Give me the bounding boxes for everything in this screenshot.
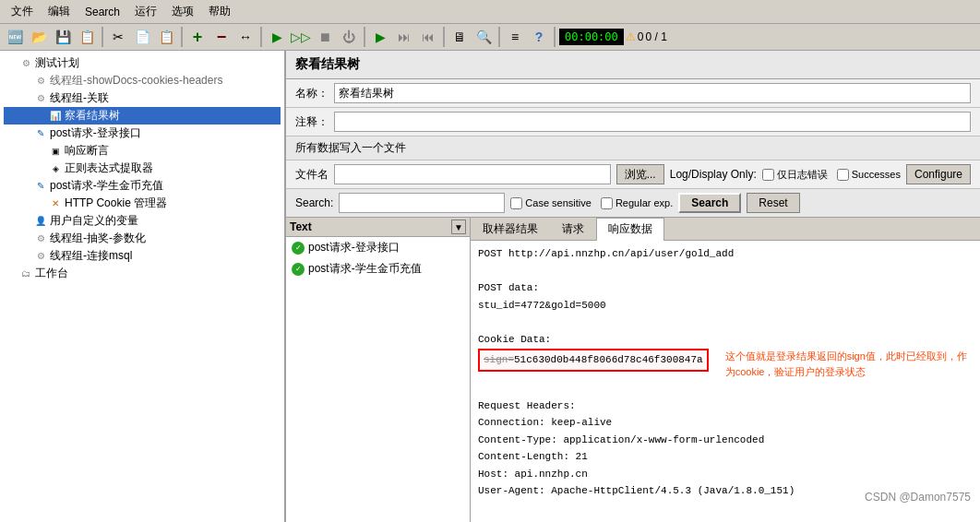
case-sensitive-checkbox[interactable]: Case sensitive [510, 197, 592, 209]
status-icon-ok: ✓ [292, 263, 305, 276]
checkbox-group: 仅日志错误 Successes [762, 168, 901, 182]
successes-check[interactable] [837, 169, 849, 181]
only-errors-checkbox[interactable]: 仅日志错误 [762, 168, 828, 182]
tree-label: 工作台 [35, 266, 68, 281]
tree-item-thread1[interactable]: ⚙ 线程组-showDocs-cookies-headers [4, 72, 281, 89]
tree-item-thread4[interactable]: ⚙ 线程组-连接msql [4, 247, 281, 265]
menu-help[interactable]: 帮助 [201, 2, 238, 21]
tree-item-cookie-mgr[interactable]: ✕ HTTP Cookie 管理器 [4, 195, 281, 212]
list-item-label: post请求-登录接口 [308, 240, 400, 255]
comment-row: 注释： [286, 108, 980, 136]
tree-item-result-tree[interactable]: 📊 察看结果树 [4, 107, 281, 125]
menu-search[interactable]: Search [78, 4, 127, 20]
run-thread2-button[interactable]: ⏭ [393, 26, 415, 48]
list-item-label: post请求-学生金币充值 [308, 261, 422, 277]
separator-3 [260, 27, 262, 47]
separator-4 [364, 27, 365, 47]
list-dropdown[interactable]: ▼ [451, 219, 466, 234]
http-icon: ✎ [33, 126, 48, 141]
tree-item-response-assert[interactable]: ▣ 响应断言 [4, 142, 281, 160]
only-errors-check[interactable] [762, 169, 774, 181]
tab-sampler-result[interactable]: 取样器结果 [471, 218, 550, 240]
search-bar: Search: Case sensitive Regular exp. Sear… [286, 189, 980, 218]
search-button[interactable]: Search [678, 193, 741, 213]
case-sensitive-label: Case sensitive [525, 197, 592, 208]
tree-item-post-login[interactable]: ✎ post请求-登录接口 [4, 125, 281, 142]
list-button[interactable]: ≡ [504, 26, 526, 48]
tree-label: post请求-登录接口 [50, 125, 141, 141]
error-count: 0 / 1 [645, 30, 666, 43]
tree-item-workbench[interactable]: 🗂 工作台 [4, 265, 281, 282]
remote1-button[interactable]: 🖥 [448, 26, 471, 48]
name-label: 名称： [295, 86, 329, 101]
expand-button[interactable]: ↔ [234, 26, 257, 48]
run-thread3-button[interactable]: ⏮ [417, 26, 439, 48]
file-input[interactable] [334, 164, 611, 184]
detail-panel: 取样器结果 请求 响应数据 POST http://api.nnzhp.cn/a… [471, 218, 980, 522]
configure-button[interactable]: Configure [906, 164, 971, 184]
menu-edit[interactable]: 编辑 [41, 2, 78, 21]
case-sensitive-check[interactable] [510, 197, 522, 209]
tree-label: 用户自定义的变量 [50, 213, 138, 229]
successes-checkbox[interactable]: Successes [837, 169, 901, 181]
elapsed-time: 00:00:00 [559, 29, 624, 45]
regular-exp-checkbox[interactable]: Regular exp. [601, 197, 673, 209]
tabs-bar: 取样器结果 请求 响应数据 [471, 218, 980, 241]
saveas-button[interactable]: 📋 [76, 26, 98, 48]
tree-label: 察看结果树 [65, 108, 120, 124]
menu-file[interactable]: 文件 [4, 2, 41, 21]
detail-line-req-headers: Request Headers: [478, 398, 973, 414]
tree-label: 线程组-关联 [50, 90, 109, 106]
menubar: 文件 编辑 Search 运行 选项 帮助 [0, 0, 980, 24]
list-item[interactable]: ✓ post请求-登录接口 [286, 237, 470, 258]
workbench-icon: 🗂 [18, 267, 33, 281]
all-data-label: 所有数据写入一个文件 [295, 140, 406, 156]
tree-item-extractor[interactable]: ◈ 正则表达式提取器 [4, 160, 281, 177]
start-no-pause-button[interactable]: ▷▷ [290, 26, 312, 48]
cookie-value-box: sign=51c630d0b448f8066d78c46f300847a [478, 349, 709, 372]
error-indicator: 0 / 1 [645, 30, 666, 43]
new-button[interactable]: 🆕 [4, 26, 26, 48]
save-button[interactable]: 💾 [52, 26, 74, 48]
comment-input[interactable] [334, 112, 971, 132]
only-errors-label: 仅日志错误 [777, 168, 828, 182]
menu-options[interactable]: 选项 [164, 2, 201, 21]
remote2-button[interactable]: 🔍 [472, 26, 495, 48]
tree-item-post-gold[interactable]: ✎ post请求-学生金币充值 [4, 177, 281, 195]
paste-button[interactable]: 📋 [155, 26, 177, 48]
tab-request[interactable]: 请求 [550, 218, 596, 240]
cut-button[interactable]: ✂ [107, 26, 129, 48]
menu-run[interactable]: 运行 [127, 2, 164, 21]
help-button[interactable]: ? [528, 26, 550, 48]
tree-item-thread3[interactable]: ⚙ 线程组-抽奖-参数化 [4, 230, 281, 247]
annotation-text: 这个值就是登录结果返回的sign值，此时已经取到，作为cookie，验证用户的登… [725, 349, 973, 379]
search-input[interactable] [339, 193, 505, 213]
regular-exp-check[interactable] [601, 197, 613, 209]
test-plan-icon: ⚙ [18, 56, 33, 71]
tree-label: HTTP Cookie 管理器 [65, 196, 167, 211]
reset-button[interactable]: Reset [747, 193, 799, 213]
stop-button[interactable]: ⏹ [314, 26, 336, 48]
list-items: ✓ post请求-登录接口 ✓ post请求-学生金币充值 [286, 237, 470, 522]
remove-button[interactable]: − [210, 26, 233, 48]
tree-item-user-vars[interactable]: 👤 用户自定义的变量 [4, 212, 281, 230]
run-thread-button[interactable]: ▶ [369, 26, 391, 48]
tree-item-thread2[interactable]: ⚙ 线程组-关联 [4, 89, 281, 107]
open-button[interactable]: 📂 [28, 26, 50, 48]
thread-group-icon: ⚙ [33, 231, 48, 246]
tree-label: 线程组-showDocs-cookies-headers [50, 73, 222, 89]
list-header-label: Text [290, 220, 451, 233]
file-label: 文件名 [295, 167, 329, 183]
name-input[interactable] [334, 83, 971, 103]
start-button[interactable]: ▶ [266, 26, 288, 48]
copy-button[interactable]: 📄 [131, 26, 153, 48]
tree-item-test-plan[interactable]: ⚙ 测试计划 [4, 54, 281, 72]
tree-label: 正则表达式提取器 [65, 160, 153, 176]
list-item[interactable]: ✓ post请求-学生金币充值 [286, 258, 470, 279]
shutdown-button[interactable]: ⏻ [338, 26, 360, 48]
cookie-key: sign= [484, 354, 514, 365]
add-button[interactable]: + [186, 26, 209, 48]
detail-line-content-len: Content-Length: 21 [478, 449, 973, 465]
browse-button[interactable]: 浏览... [616, 164, 664, 184]
tab-response-data[interactable]: 响应数据 [596, 218, 664, 241]
